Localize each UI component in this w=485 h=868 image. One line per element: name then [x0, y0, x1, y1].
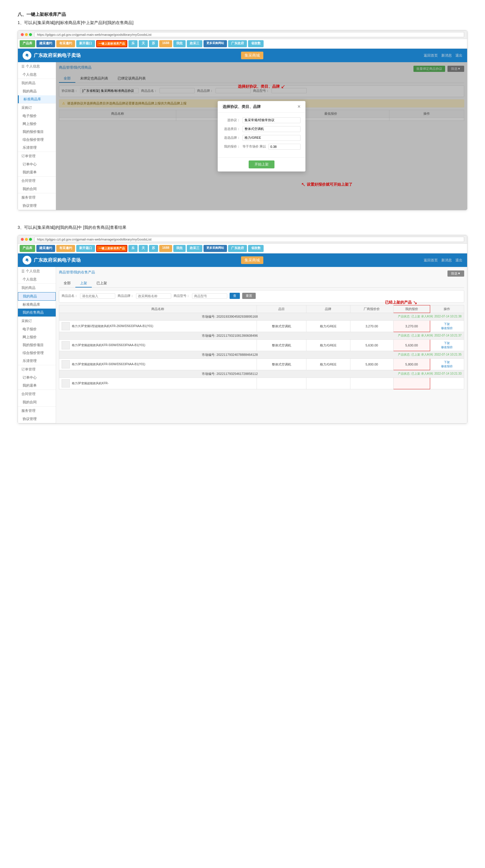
modal-label-price: 我的报价： — [223, 144, 240, 149]
sidebar-item-personal-2[interactable]: 个人信息 — [18, 275, 56, 283]
filter-input-goodsbrand-2[interactable] — [136, 293, 171, 299]
btn-reset-2[interactable]: 重置 — [242, 293, 256, 299]
nav-btn-products[interactable]: 产品库 — [20, 40, 35, 47]
modal-input-agreement[interactable] — [243, 117, 300, 123]
tab-uploaded-2[interactable]: 已上架 — [92, 280, 112, 287]
sidebar-item-clearance[interactable]: 乐清管理 — [18, 144, 56, 152]
nav-btn-gd-2[interactable]: 广东政府 — [228, 245, 247, 252]
sidebar-item-onsale-2[interactable]: 我的在售商品 — [18, 309, 56, 316]
nav-btn-more-2[interactable]: 更多采购网站 — [203, 245, 227, 252]
sidebar-item-mygoods-2[interactable]: 我的商品 — [18, 292, 56, 301]
sidebar-item-equote-2[interactable]: 电子报价 — [18, 325, 56, 333]
sidebar-item-stdlib-2[interactable]: 标准商品库 — [18, 301, 56, 309]
sidebar-item-mygoods[interactable]: 我的商品 — [18, 87, 56, 95]
filter-input-goodsname-2[interactable] — [80, 293, 115, 299]
td-action-row-1[interactable]: 下架 修改报价 — [430, 321, 464, 332]
nav-btn-le[interactable]: 乐 — [128, 40, 137, 47]
nav-btn-sz[interactable]: 省政数 — [248, 40, 264, 47]
header-logout-2[interactable]: 退出 — [455, 258, 462, 263]
modal-input-category[interactable] — [243, 126, 300, 132]
browser-url-1[interactable]: https://gdgpo.czt.gd.gov.cn/gpmail-main-… — [34, 32, 464, 37]
td-action-row-2[interactable]: 下架 修改报价 — [430, 340, 464, 351]
sidebar-item-myreturn[interactable]: 我的退单 — [18, 168, 56, 176]
header-user[interactable]: 返回首页 — [424, 53, 438, 58]
nav-btn-zhengcai[interactable]: 政采三 — [187, 40, 202, 47]
nav-btn-upload[interactable]: 一键上架标准库产品 — [96, 40, 127, 47]
nav-btn-new-2[interactable]: 新开题口 — [76, 245, 95, 252]
action-link-2a[interactable]: 下架 — [432, 341, 462, 345]
sidebar-item-mycontract[interactable]: 我的合同 — [18, 185, 56, 193]
header-right-1: 返回首页 新消息 退出 — [424, 53, 462, 58]
nav-btn-1688-2[interactable]: 1688 — [159, 245, 172, 252]
sidebar-item-onlinequote[interactable]: 网上报价 — [18, 120, 56, 128]
header-center-2[interactable]: 集采商城 — [241, 256, 263, 264]
nav-btn-le-2[interactable]: 乐 — [128, 245, 137, 252]
sidebar-item-comprehensive-2[interactable]: 综合报价管理 — [18, 349, 56, 357]
nav-btn-invite[interactable]: 建采邀约 — [36, 40, 55, 47]
sidebar-item-agreement-2[interactable]: 协议管理 — [18, 415, 56, 423]
sidebar-item-ordercenter-2[interactable]: 订单中心 — [18, 374, 56, 382]
action-link-3a[interactable]: 下架 — [432, 360, 462, 364]
header-notice[interactable]: 新消息 — [441, 53, 452, 58]
action-link-3b[interactable]: 修改报价 — [432, 364, 462, 368]
nav-btn-tian-2[interactable]: 天 — [139, 245, 148, 252]
nav-btn-wopi-2[interactable]: 我批 — [173, 245, 186, 252]
nav-btn-zhengcai-2[interactable]: 政采三 — [187, 245, 202, 252]
nav-btn-invite2[interactable]: 有采邀约 — [56, 40, 75, 47]
dot-red[interactable] — [21, 33, 24, 36]
nav-btn-sz-2[interactable]: 省政数 — [248, 245, 264, 252]
dot-red-2[interactable] — [21, 238, 24, 241]
sidebar-item-ordercenter[interactable]: 订单中心 — [18, 160, 56, 168]
filter-input-goodssn-2[interactable] — [192, 293, 227, 299]
action-link-2b[interactable]: 修改报价 — [432, 345, 462, 349]
nav-btn-tian[interactable]: 天 — [139, 40, 148, 47]
tab-upload-2[interactable]: 上架 — [75, 280, 92, 287]
header-user-2[interactable]: 返回首页 — [424, 258, 438, 263]
nav-btn-su-2[interactable]: 苏 — [149, 245, 158, 252]
dot-green[interactable] — [29, 33, 32, 36]
sidebar-item-myreturn-2[interactable]: 我的退单 — [18, 382, 56, 390]
sidebar-item-onlinequote-2[interactable]: 网上报价 — [18, 333, 56, 341]
btn-settings-2[interactable]: 筛选▼ — [448, 271, 464, 277]
group-header-cell-1: 市场编号: 20201933904582938895168 产品状态: 已上架 … — [59, 313, 464, 321]
sidebar-contract-title: 合同管理 — [18, 177, 56, 185]
status-badge-3: 产品状态: 已上架 录入时间: 2022-07-14 10:21:35 — [398, 352, 461, 357]
nav-btn-upload-2[interactable]: 一键上架标准库产品 — [96, 245, 127, 252]
nav-btn-invite-2[interactable]: 建采邀约 — [36, 245, 55, 252]
sidebar-item-agreement[interactable]: 协议管理 — [18, 202, 56, 210]
header-notice-2[interactable]: 新消息 — [441, 258, 452, 263]
sidebar-item-personal[interactable]: 个人信息 — [18, 71, 56, 79]
header-center-1[interactable]: 集采商城 — [241, 52, 263, 59]
modal-close-1[interactable]: ✕ — [297, 104, 300, 109]
sidebar-item-myproject-2[interactable]: 我的报价项目 — [18, 341, 56, 349]
dot-green-2[interactable] — [29, 238, 32, 241]
sidebar-item-clearance-2[interactable]: 乐清管理 — [18, 357, 56, 365]
sidebar-item-equote[interactable]: 电子报价 — [18, 112, 56, 120]
modal-input-brand[interactable] — [243, 135, 300, 141]
dot-yellow-2[interactable] — [25, 238, 28, 241]
header-logout[interactable]: 退出 — [455, 53, 462, 58]
td-action-row-3[interactable]: 下架 修改报价 — [430, 359, 464, 370]
tab-all-2[interactable]: 全部 — [59, 280, 75, 287]
nav-btn-more[interactable]: 更多采购网站 — [203, 40, 227, 47]
nav-btn-su[interactable]: 苏 — [149, 40, 158, 47]
action-link-1b[interactable]: 修改报价 — [432, 326, 462, 330]
sidebar-item-comprehensive[interactable]: 综合报价管理 — [18, 136, 56, 144]
modal-input-price[interactable] — [268, 144, 300, 150]
th-action-2: 操作 — [430, 305, 464, 313]
td-action-row-4[interactable] — [430, 378, 464, 389]
modal-submit-btn[interactable]: 开始上架 — [249, 160, 274, 168]
sidebar-item-mycontract-2[interactable]: 我的合同 — [18, 398, 56, 406]
sidebar-item-stdlib[interactable]: 标准商品库 — [18, 95, 56, 103]
nav-btn-wopi[interactable]: 我批 — [173, 40, 186, 47]
browser-url-2[interactable]: https://gdgpo.czt.gd.gov.cn/gpmail-main-… — [34, 237, 464, 242]
dot-yellow[interactable] — [25, 33, 28, 36]
nav-btn-products-2[interactable]: 产品库 — [20, 245, 35, 252]
nav-btn-invite2-2[interactable]: 有采邀约 — [56, 245, 75, 252]
nav-btn-new[interactable]: 新开题口 — [76, 40, 95, 47]
nav-btn-gd[interactable]: 广东政府 — [228, 40, 247, 47]
action-link-1a[interactable]: 下架 — [432, 322, 462, 326]
btn-search-2[interactable]: 查 — [230, 293, 240, 299]
nav-btn-1688[interactable]: 1688 — [159, 40, 172, 47]
sidebar-item-myproject[interactable]: 我的报价项目 — [18, 128, 56, 136]
